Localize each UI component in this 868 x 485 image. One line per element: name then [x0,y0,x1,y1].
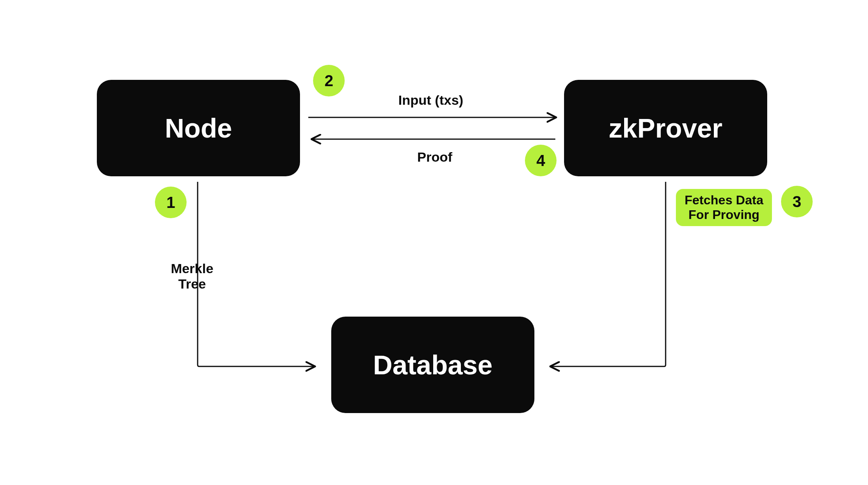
merkle-tree-label: MerkleTree [164,261,220,292]
edge-fetches-data [551,182,666,366]
step-4-number: 4 [536,152,545,170]
step-3-number: 3 [793,193,801,211]
zkprover-label: zkProver [609,113,722,143]
diagram-canvas: Node zkProver Database 1 2 3 4 Fetches D… [0,0,868,485]
proof-label: Proof [395,149,474,165]
fetches-data-text: Fetches DataFor Proving [685,193,763,222]
step-3-badge: 3 [781,186,813,217]
step-1-badge: 1 [155,187,187,218]
step-4-badge: 4 [525,145,557,176]
input-txs-label: Input (txs) [379,92,482,108]
zkprover-box: zkProver [564,80,767,176]
node-box: Node [97,80,300,176]
database-label: Database [373,349,492,380]
step-1-number: 1 [166,194,175,211]
fetches-data-pill: Fetches DataFor Proving [676,189,772,226]
database-box: Database [331,317,534,413]
node-label: Node [165,113,232,143]
step-2-badge: 2 [313,65,345,96]
step-2-number: 2 [325,72,333,90]
